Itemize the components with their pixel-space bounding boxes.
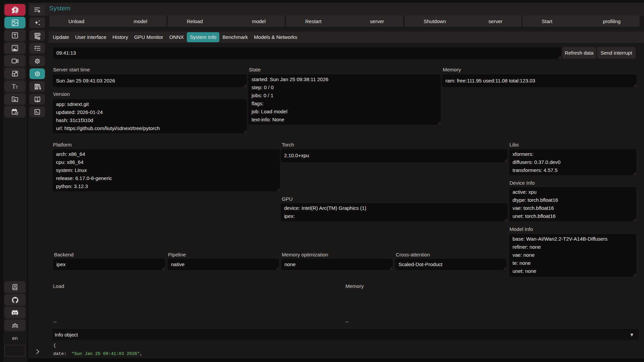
svg-text:T: T — [12, 83, 15, 90]
svg-text:T: T — [15, 85, 18, 89]
